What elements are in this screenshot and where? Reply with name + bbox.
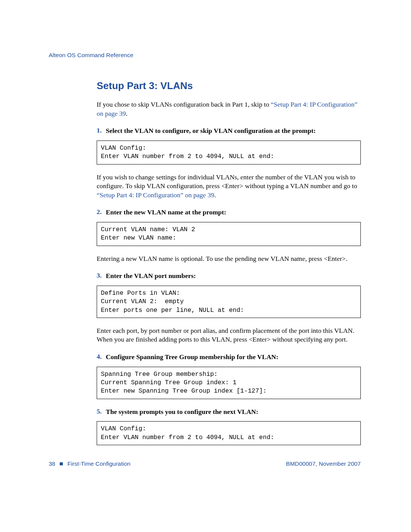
code-block: VLAN Config: Enter VLAN number from 2 to… bbox=[97, 141, 361, 165]
running-head: Alteon OS Command Reference bbox=[49, 52, 361, 59]
step-3-followup: Enter each port, by port number or port … bbox=[97, 326, 361, 344]
intro-text-pre: If you chose to skip VLANs configuration… bbox=[97, 101, 271, 108]
step-heading: Enter the new VLAN name at the prompt: bbox=[106, 208, 226, 217]
step-4: 4. Configure Spanning Tree Group members… bbox=[97, 353, 361, 361]
code-block: Current VLAN name: VLAN 2 Enter new VLAN… bbox=[97, 222, 361, 246]
step-2-followup: Entering a new VLAN name is optional. To… bbox=[97, 254, 361, 264]
step-heading: Configure Spanning Tree Group membership… bbox=[106, 353, 278, 361]
step-heading: Select the VLAN to configure, or skip VL… bbox=[106, 126, 316, 135]
code-block: Spanning Tree Group membership: Current … bbox=[97, 367, 361, 399]
step-heading: Enter the VLAN port numbers: bbox=[106, 272, 196, 280]
step-number: 2. bbox=[97, 208, 106, 217]
step-5: 5. The system prompts you to configure t… bbox=[97, 407, 361, 416]
page-footer: 38 First-Time Configuration BMD00007, No… bbox=[49, 460, 361, 467]
footer-left: 38 First-Time Configuration bbox=[49, 460, 131, 467]
step-1: 1. Select the VLAN to configure, or skip… bbox=[97, 126, 361, 135]
code-block: VLAN Config: Enter VLAN number from 2 to… bbox=[97, 421, 361, 445]
step-2: 2. Enter the new VLAN name at the prompt… bbox=[97, 208, 361, 217]
body-column: Setup Part 3: VLANs If you chose to skip… bbox=[97, 80, 361, 445]
intro-text-post: . bbox=[126, 110, 127, 117]
followup-post: . bbox=[214, 191, 216, 199]
intro-paragraph: If you chose to skip VLANs configuration… bbox=[97, 100, 361, 118]
step-number: 5. bbox=[97, 407, 106, 416]
section-title: Setup Part 3: VLANs bbox=[97, 80, 361, 92]
followup-pre: If you wish to change settings for indiv… bbox=[97, 173, 357, 190]
step-number: 1. bbox=[97, 126, 106, 135]
xref-setup-part4[interactable]: “Setup Part 4: IP Configuration” on page… bbox=[97, 191, 214, 199]
step-1-followup: If you wish to change settings for indiv… bbox=[97, 173, 361, 200]
step-number: 3. bbox=[97, 272, 106, 280]
step-number: 4. bbox=[97, 353, 106, 361]
square-bullet-icon bbox=[60, 462, 63, 465]
step-3: 3. Enter the VLAN port numbers: bbox=[97, 272, 361, 280]
page-number: 38 bbox=[49, 460, 55, 467]
chapter-name: First-Time Configuration bbox=[67, 460, 131, 467]
step-heading: The system prompts you to configure the … bbox=[106, 407, 258, 416]
code-block: Define Ports in VLAN: Current VLAN 2: em… bbox=[97, 286, 361, 318]
doc-id: BMD00007, November 2007 bbox=[286, 460, 361, 467]
page-content: Alteon OS Command Reference Setup Part 3… bbox=[49, 52, 361, 454]
